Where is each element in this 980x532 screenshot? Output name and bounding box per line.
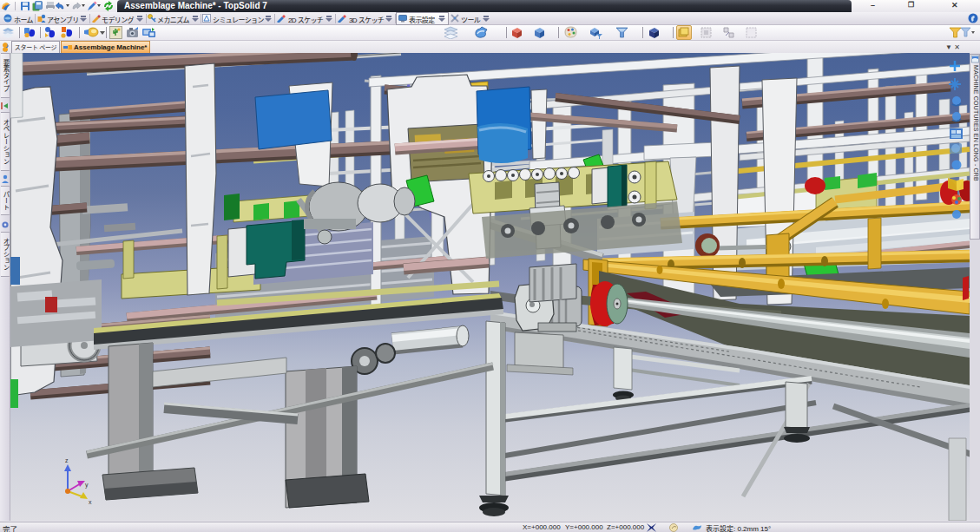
- svg-text:x: x: [89, 499, 92, 505]
- svg-text:z: z: [65, 457, 69, 463]
- svg-text:y: y: [85, 482, 89, 489]
